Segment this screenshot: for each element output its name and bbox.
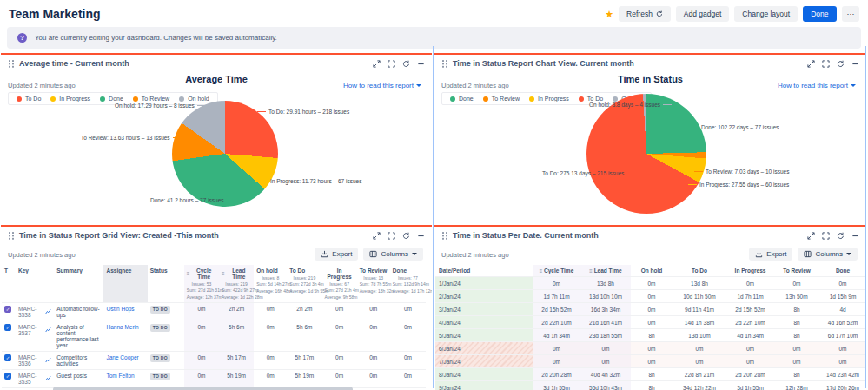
column-header-cycle-time[interactable]: ≡ Cycle Time xyxy=(533,265,580,277)
column-header-in-progress[interactable]: In Progress xyxy=(726,265,774,277)
refresh-icon[interactable] xyxy=(837,60,845,68)
legend-item-on-hold[interactable]: On hold xyxy=(179,96,209,102)
assignee-link[interactable]: Tom Felton xyxy=(106,373,134,379)
legend-dot xyxy=(450,96,455,102)
issue-chart-icon[interactable] xyxy=(45,307,51,315)
column-header-to-do[interactable]: To Do xyxy=(673,265,726,277)
column-header-lead-time[interactable]: ≡ Lead Time xyxy=(580,265,631,277)
change-layout-button[interactable]: Change layout xyxy=(734,6,798,22)
how-to-read-link[interactable]: How to read this report xyxy=(343,82,421,89)
legend-label: To Do xyxy=(25,96,41,102)
drag-handle-icon[interactable] xyxy=(8,231,14,240)
diagonal-resize-icon[interactable] xyxy=(807,60,815,68)
add-gadget-button[interactable]: Add gadget xyxy=(676,6,729,22)
assignee-link[interactable]: Hanna Merin xyxy=(106,324,138,330)
minimize-icon[interactable] xyxy=(417,60,425,68)
avg-time-pie[interactable] xyxy=(172,101,278,207)
column-header-label: In Progress xyxy=(735,268,766,274)
legend-item-in-progress[interactable]: In Progress xyxy=(50,96,90,102)
more-actions-button[interactable]: ⋯ xyxy=(842,6,860,22)
minimize-icon[interactable] xyxy=(851,60,859,68)
legend-item-in-progress[interactable]: In Progress xyxy=(529,96,569,102)
issue-chart-icon[interactable] xyxy=(45,374,51,382)
time-in-status-pie[interactable] xyxy=(586,94,706,214)
column-header-to-review[interactable]: To Review xyxy=(774,265,819,277)
date-cell: 7/Jan/24 xyxy=(435,355,533,368)
column-header-done[interactable]: Done xyxy=(819,265,866,277)
refresh-button[interactable]: Refresh xyxy=(619,6,671,22)
minimize-icon[interactable] xyxy=(417,232,425,240)
diagonal-resize-icon[interactable] xyxy=(373,232,381,240)
column-header-assignee[interactable]: Assignee xyxy=(103,265,147,302)
fullscreen-icon[interactable] xyxy=(822,60,830,68)
assignee-link[interactable]: Ostin Hops xyxy=(106,306,134,312)
legend-item-to-do[interactable]: To Do xyxy=(17,96,41,102)
issue-summary[interactable]: Competitors activities xyxy=(54,351,103,369)
pie-slice-label-text: To Do: 275.13 days – 215 issues xyxy=(542,170,624,176)
time-value-cell: 0m xyxy=(726,277,774,290)
pie-slice-label-text: To Do: 29.91 hours – 218 issues xyxy=(268,109,349,115)
gadget-actions xyxy=(807,60,859,68)
pie-slice-label: On hold: 3.8 days – 4 issues xyxy=(589,102,672,108)
legend-dot xyxy=(50,96,56,102)
column-header-key[interactable]: Key xyxy=(16,265,54,302)
columns-button[interactable]: Columns xyxy=(363,248,423,261)
diagonal-resize-icon[interactable] xyxy=(807,232,815,240)
issue-summary[interactable]: Analysis of content performance last yea… xyxy=(54,321,103,351)
header-issues-count: Issues: 13 xyxy=(360,275,388,281)
issue-summary[interactable]: Guest posts xyxy=(54,369,103,387)
issue-chart-icon[interactable] xyxy=(45,326,51,334)
time-value-cell: 0m xyxy=(726,342,774,355)
columns-button[interactable]: Columns xyxy=(798,248,858,261)
fullscreen-icon[interactable] xyxy=(388,60,395,68)
export-button[interactable]: Export xyxy=(749,248,792,261)
how-to-read-link[interactable]: How to read this report xyxy=(778,82,856,89)
done-button[interactable]: Done xyxy=(803,6,836,22)
column-header-to-do[interactable]: To DoIssues: 219Sum: 272d 3h 4mAverage: … xyxy=(287,265,321,302)
issue-chart-icon[interactable] xyxy=(45,356,51,364)
refresh-icon[interactable] xyxy=(837,232,845,240)
favorite-star-icon[interactable]: ★ xyxy=(605,10,613,19)
export-button[interactable]: Export xyxy=(315,248,358,261)
time-value-cell: 0m xyxy=(631,277,673,290)
drag-handle-icon[interactable] xyxy=(8,59,14,68)
horizontal-scrollbar[interactable] xyxy=(53,387,353,390)
time-value-cell: 0m xyxy=(390,302,426,321)
column-header-in-progress[interactable]: In ProgressIssues: 67Sum: 27d 21h 4mAver… xyxy=(321,265,356,302)
gadget-time-in-status-chart: Time in Status Report Chart View. Curren… xyxy=(434,53,866,222)
column-resize-divider[interactable] xyxy=(865,46,866,388)
assignee-link[interactable]: Jane Cooper xyxy=(106,354,138,360)
issue-summary[interactable]: Automatic follow-ups xyxy=(54,302,103,321)
column-header-date-period[interactable]: Date/Period xyxy=(435,265,533,277)
column-header-done[interactable]: DoneIssues: 77Sum: 132d 9h 14mAverage: 1… xyxy=(390,265,426,302)
column-resize-divider[interactable] xyxy=(433,46,434,388)
column-header-summary[interactable]: Summary xyxy=(54,265,103,302)
drag-handle-icon[interactable] xyxy=(441,231,447,240)
fullscreen-icon[interactable] xyxy=(822,232,830,240)
drag-handle-icon[interactable] xyxy=(441,59,447,68)
table-row: 1/Jan/240m13d 8h0m13d 8h0m0m0m xyxy=(435,277,866,290)
legend-label: To Review xyxy=(492,96,520,102)
time-value-cell: 34d 12h 22m xyxy=(673,381,726,390)
refresh-icon[interactable] xyxy=(402,60,410,68)
legend-item-done[interactable]: Done xyxy=(100,96,123,102)
diagonal-resize-icon[interactable] xyxy=(373,60,381,68)
legend-item-to-review[interactable]: To Review xyxy=(483,96,520,102)
column-header-cycle-time[interactable]: ≡Cycle TimeIssues: 53Sum: 27d 21h 31mAve… xyxy=(184,265,219,302)
column-header-lead-time[interactable]: ≡Lead TimeIssues: 219Sum: 422d 9h 27mAve… xyxy=(219,265,254,302)
refresh-icon[interactable] xyxy=(402,232,410,240)
legend-label: Done xyxy=(109,96,123,102)
legend-item-to-review[interactable]: To Review xyxy=(133,96,169,102)
header-sum: Sum: 7d 7h 55m xyxy=(360,281,388,287)
header-sum: Sum: 5d 14h 27m xyxy=(256,281,284,287)
time-value-cell: 5h 19m xyxy=(287,369,321,387)
column-header-status[interactable]: Status xyxy=(148,265,184,302)
legend-item-done[interactable]: Done xyxy=(450,96,474,102)
legend-item-to-do[interactable]: To Do xyxy=(579,96,603,102)
fullscreen-icon[interactable] xyxy=(388,232,395,240)
column-header-to-review[interactable]: To ReviewIssues: 13Sum: 7d 7h 55mAverage… xyxy=(357,265,390,302)
minimize-icon[interactable] xyxy=(851,232,859,240)
column-header-t[interactable]: T xyxy=(2,265,16,302)
column-header-on-hold[interactable]: On hold xyxy=(631,265,673,277)
legend-label: To Review xyxy=(142,96,169,102)
